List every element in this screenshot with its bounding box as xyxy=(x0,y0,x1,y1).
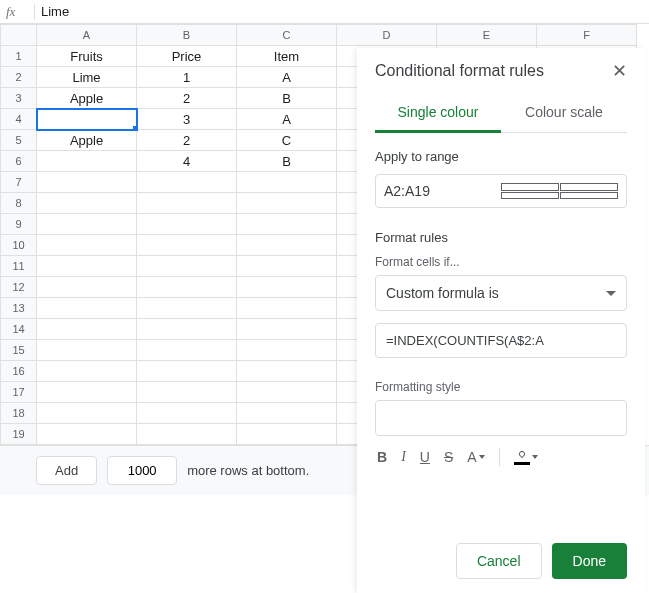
close-icon[interactable]: ✕ xyxy=(612,62,627,80)
row-header[interactable]: 18 xyxy=(1,403,37,424)
tab-colour-scale[interactable]: Colour scale xyxy=(501,94,627,132)
row-header[interactable]: 6 xyxy=(1,151,37,172)
cell[interactable]: Apple xyxy=(37,88,137,109)
cancel-button[interactable]: Cancel xyxy=(456,543,542,579)
col-header-e[interactable]: E xyxy=(437,25,537,46)
select-range-icon[interactable] xyxy=(501,183,618,199)
cell[interactable] xyxy=(237,382,337,403)
cell[interactable] xyxy=(237,214,337,235)
row-header[interactable]: 10 xyxy=(1,235,37,256)
cell[interactable]: C xyxy=(237,130,337,151)
cell[interactable] xyxy=(37,319,137,340)
cell[interactable] xyxy=(37,277,137,298)
col-header-d[interactable]: D xyxy=(337,25,437,46)
cell[interactable] xyxy=(137,361,237,382)
italic-button[interactable]: I xyxy=(401,449,406,465)
cell[interactable] xyxy=(237,298,337,319)
row-header[interactable]: 2 xyxy=(1,67,37,88)
cell[interactable] xyxy=(37,172,137,193)
cell[interactable] xyxy=(237,193,337,214)
row-header[interactable]: 8 xyxy=(1,193,37,214)
cell[interactable]: A xyxy=(237,109,337,130)
cell[interactable] xyxy=(37,403,137,424)
row-header[interactable]: 14 xyxy=(1,319,37,340)
cell[interactable] xyxy=(137,277,237,298)
col-header-b[interactable]: B xyxy=(137,25,237,46)
cell[interactable] xyxy=(137,298,237,319)
apply-range-field[interactable]: A2:A19 xyxy=(375,174,627,208)
cell[interactable] xyxy=(237,361,337,382)
cell[interactable] xyxy=(137,319,237,340)
cell[interactable] xyxy=(137,403,237,424)
cell[interactable] xyxy=(137,256,237,277)
cell[interactable] xyxy=(137,235,237,256)
cell[interactable] xyxy=(137,172,237,193)
cell[interactable] xyxy=(137,193,237,214)
cell[interactable] xyxy=(37,256,137,277)
row-header[interactable]: 15 xyxy=(1,340,37,361)
row-header[interactable]: 3 xyxy=(1,88,37,109)
row-header[interactable]: 5 xyxy=(1,130,37,151)
formatting-preview[interactable] xyxy=(375,400,627,436)
cell[interactable] xyxy=(237,256,337,277)
custom-formula-input[interactable] xyxy=(375,323,627,358)
row-header[interactable]: 13 xyxy=(1,298,37,319)
corner-cell[interactable] xyxy=(1,25,37,46)
cell[interactable] xyxy=(37,382,137,403)
cell[interactable] xyxy=(137,424,237,445)
cell[interactable]: 3 xyxy=(137,109,237,130)
cell[interactable]: 2 xyxy=(137,130,237,151)
cell[interactable]: A xyxy=(237,67,337,88)
col-header-f[interactable]: F xyxy=(537,25,637,46)
underline-button[interactable]: U xyxy=(420,449,430,465)
cell[interactable] xyxy=(237,235,337,256)
row-header[interactable]: 12 xyxy=(1,277,37,298)
condition-select[interactable]: Custom formula is xyxy=(375,275,627,311)
cell[interactable] xyxy=(37,214,137,235)
cell[interactable] xyxy=(37,193,137,214)
row-header[interactable]: 4 xyxy=(1,109,37,130)
cell[interactable]: Item xyxy=(237,46,337,67)
cell[interactable] xyxy=(137,214,237,235)
cell[interactable] xyxy=(237,403,337,424)
cell[interactable]: Fruits xyxy=(37,46,137,67)
cell[interactable] xyxy=(237,340,337,361)
cell[interactable] xyxy=(37,109,137,130)
tab-single-colour[interactable]: Single colour xyxy=(375,94,501,133)
cell[interactable] xyxy=(237,424,337,445)
cell[interactable]: B xyxy=(237,151,337,172)
cell[interactable] xyxy=(37,424,137,445)
cell[interactable] xyxy=(37,298,137,319)
cell[interactable] xyxy=(237,172,337,193)
row-header[interactable]: 17 xyxy=(1,382,37,403)
row-header[interactable]: 7 xyxy=(1,172,37,193)
strikethrough-button[interactable]: S xyxy=(444,449,453,465)
add-rows-count-input[interactable] xyxy=(107,456,177,485)
cell[interactable]: 2 xyxy=(137,88,237,109)
cell[interactable] xyxy=(37,235,137,256)
cell[interactable] xyxy=(137,382,237,403)
row-header[interactable]: 16 xyxy=(1,361,37,382)
add-rows-button[interactable]: Add xyxy=(36,456,97,485)
cell[interactable] xyxy=(237,277,337,298)
cell[interactable] xyxy=(37,151,137,172)
fill-color-button[interactable] xyxy=(514,449,538,465)
cell[interactable]: 1 xyxy=(137,67,237,88)
row-header[interactable]: 1 xyxy=(1,46,37,67)
cell[interactable]: Apple xyxy=(37,130,137,151)
cell[interactable]: B xyxy=(237,88,337,109)
text-color-button[interactable]: A xyxy=(467,449,484,465)
cell[interactable]: 4 xyxy=(137,151,237,172)
row-header[interactable]: 11 xyxy=(1,256,37,277)
bold-button[interactable]: B xyxy=(377,449,387,465)
done-button[interactable]: Done xyxy=(552,543,627,579)
cell[interactable] xyxy=(37,361,137,382)
col-header-a[interactable]: A xyxy=(37,25,137,46)
formula-value[interactable]: Lime xyxy=(41,4,643,19)
cell[interactable] xyxy=(237,319,337,340)
row-header[interactable]: 9 xyxy=(1,214,37,235)
cell[interactable]: Lime xyxy=(37,67,137,88)
cell[interactable]: Price xyxy=(137,46,237,67)
col-header-c[interactable]: C xyxy=(237,25,337,46)
cell[interactable] xyxy=(137,340,237,361)
